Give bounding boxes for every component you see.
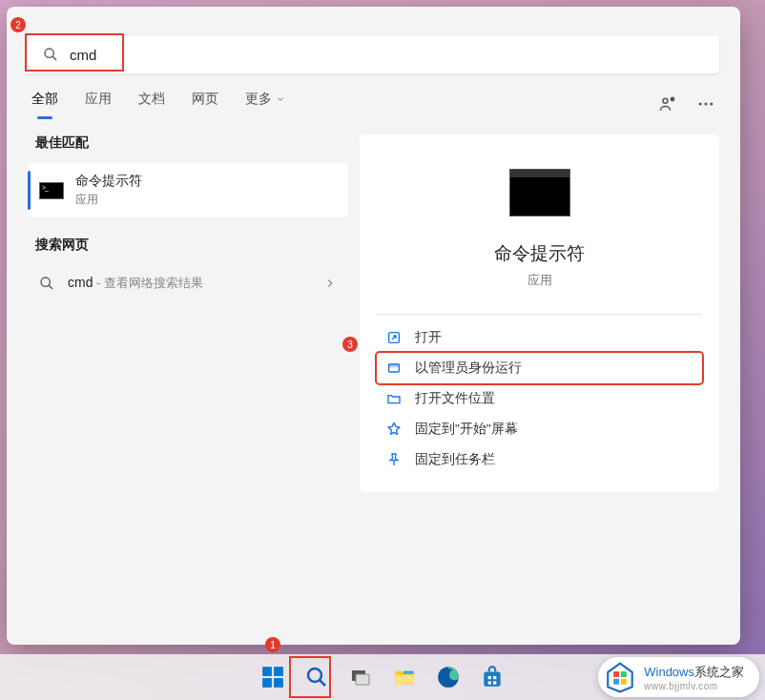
svg-point-4 — [699, 103, 702, 106]
task-view[interactable] — [341, 658, 380, 696]
svg-rect-13 — [274, 667, 283, 676]
web-search-item[interactable]: cmd - 查看网络搜索结果 — [28, 265, 348, 301]
action-run-as-admin[interactable]: 以管理员身份运行 — [377, 353, 702, 383]
annotation-badge-1: 1 — [265, 637, 280, 652]
action-label: 打开文件位置 — [415, 390, 495, 407]
svg-rect-12 — [262, 667, 272, 676]
best-match-subtitle: 应用 — [75, 192, 142, 208]
pin-icon — [386, 422, 402, 437]
svg-rect-20 — [395, 675, 414, 685]
svg-rect-27 — [493, 681, 496, 684]
svg-point-16 — [308, 669, 321, 682]
action-pin-start[interactable]: 固定到"开始"屏幕 — [377, 414, 702, 444]
watermark-logo-icon — [604, 661, 636, 693]
tab-web[interactable]: 网页 — [192, 91, 218, 117]
store-icon — [480, 665, 505, 690]
tab-more-label: 更多 — [245, 91, 272, 108]
admin-icon — [386, 360, 402, 376]
svg-rect-23 — [484, 672, 500, 687]
watermark-title: Windows系统之家 — [644, 664, 744, 681]
svg-point-7 — [41, 278, 50, 286]
search-icon — [305, 666, 328, 689]
windows-logo-icon — [260, 665, 285, 690]
chevron-right-icon — [323, 277, 337, 290]
tab-all[interactable]: 全部 — [31, 91, 58, 117]
preview-app-icon — [509, 169, 570, 216]
svg-rect-21 — [403, 671, 414, 674]
folder-icon — [392, 665, 417, 690]
search-input[interactable] — [70, 47, 704, 63]
svg-point-2 — [663, 98, 668, 103]
best-match-item[interactable]: 命令提示符 应用 — [28, 163, 348, 217]
svg-rect-31 — [621, 679, 627, 685]
tab-more[interactable]: 更多 — [245, 91, 285, 117]
annotation-badge-2: 2 — [10, 17, 26, 32]
svg-rect-24 — [488, 676, 491, 679]
pin-icon — [386, 452, 402, 467]
edge-icon — [436, 665, 461, 690]
action-label: 打开 — [415, 329, 442, 346]
tab-apps[interactable]: 应用 — [85, 91, 112, 117]
annotation-badge-3: 3 — [342, 337, 358, 352]
svg-rect-15 — [274, 678, 283, 688]
svg-rect-11 — [389, 364, 400, 367]
svg-point-6 — [710, 103, 713, 106]
taskbar-search[interactable] — [298, 658, 336, 696]
search-bar[interactable] — [28, 35, 719, 73]
action-label: 固定到任务栏 — [415, 451, 495, 468]
cmd-app-icon — [39, 182, 64, 199]
preview-pane: 命令提示符 应用 打开 以管理员身份运行 打开文件位置 固定到"开 — [360, 134, 719, 492]
search-icon — [43, 47, 58, 62]
best-match-title: 命令提示符 — [75, 173, 142, 190]
preview-subtitle: 应用 — [527, 272, 552, 289]
watermark: Windows系统之家 www.bjjmlv.com — [598, 657, 759, 697]
svg-point-0 — [45, 49, 53, 57]
action-label: 固定到"开始"屏幕 — [415, 421, 518, 438]
svg-rect-30 — [613, 679, 619, 685]
action-open[interactable]: 打开 — [377, 322, 702, 353]
task-view-icon — [349, 666, 372, 689]
file-explorer[interactable] — [385, 658, 424, 696]
svg-line-17 — [320, 680, 325, 686]
watermark-url: www.bjjmlv.com — [644, 681, 744, 691]
preview-title: 命令提示符 — [494, 241, 585, 266]
more-options-icon[interactable] — [696, 94, 715, 113]
chevron-down-icon — [276, 94, 285, 104]
tab-docs[interactable]: 文档 — [138, 91, 165, 117]
microsoft-store[interactable] — [473, 658, 511, 696]
filter-tabs: 全部 应用 文档 网页 更多 — [28, 91, 719, 117]
svg-line-1 — [52, 56, 56, 60]
edge-browser[interactable] — [429, 658, 467, 696]
folder-icon — [386, 391, 402, 406]
account-sync-icon[interactable] — [658, 94, 677, 113]
svg-rect-19 — [356, 674, 369, 685]
web-search-label: 搜索网页 — [28, 237, 348, 254]
svg-line-8 — [49, 285, 52, 289]
svg-rect-26 — [488, 681, 491, 684]
svg-rect-14 — [262, 678, 272, 688]
results-column: 最佳匹配 命令提示符 应用 搜索网页 cmd - 查看网络搜索结果 — [28, 134, 348, 492]
svg-point-3 — [671, 97, 673, 100]
action-label: 以管理员身份运行 — [415, 360, 522, 377]
web-search-text: cmd - 查看网络搜索结果 — [68, 275, 310, 292]
action-open-location[interactable]: 打开文件位置 — [377, 383, 702, 414]
svg-rect-28 — [613, 671, 619, 677]
svg-point-5 — [705, 103, 708, 106]
search-icon — [39, 276, 54, 291]
start-button[interactable] — [254, 658, 292, 696]
best-match-label: 最佳匹配 — [28, 134, 348, 152]
search-panel: 全部 应用 文档 网页 更多 最佳匹配 命令提示符 应用 搜索网页 — [7, 7, 740, 645]
action-pin-taskbar[interactable]: 固定到任务栏 — [377, 444, 702, 475]
open-icon — [386, 330, 402, 345]
svg-rect-29 — [621, 671, 627, 677]
svg-rect-25 — [493, 676, 496, 679]
divider — [377, 314, 702, 315]
